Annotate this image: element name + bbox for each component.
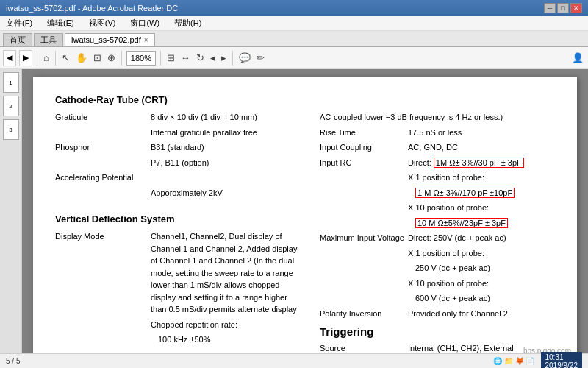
input-rc-x1-value-highlighted: 1 M Ω± 3%//170 pF ±10pF: [408, 187, 555, 199]
ac-coupled-note-row: AC-coupled lower −3 dB frequency is 4 Hz…: [320, 111, 555, 124]
x10-voltage-val-empty: [320, 292, 408, 305]
marquee-icon[interactable]: ⊡: [92, 52, 103, 63]
hand-icon[interactable]: ✋: [74, 52, 89, 63]
pdf-page: Cathode-Ray Tube (CRT) Graticule 8 div ×…: [33, 77, 577, 361]
rotate-icon[interactable]: ↻: [195, 52, 206, 63]
input-coupling-label: Input Coupling: [320, 141, 408, 154]
separator-2: [55, 51, 56, 66]
separator-1: [37, 51, 37, 66]
input-rc-x10-label: X 10 position of probe:: [408, 202, 555, 214]
input-rc-x10-label-row: X 10 position of probe:: [320, 202, 555, 214]
page-status: 5 / 5: [6, 357, 20, 365]
tab-close-icon[interactable]: ×: [144, 36, 148, 44]
status-right: 🌐 📁 🦊 📄 10:31 2019/9/22: [493, 352, 582, 369]
tab-home[interactable]: 首页: [3, 33, 32, 46]
separator-3: [121, 51, 122, 66]
rise-time-value: 17.5 nS or less: [408, 127, 555, 139]
accel-val-value: Apporoximately 2kV: [151, 187, 305, 199]
triggering-header: Triggering: [320, 325, 555, 338]
status-bar: 5 / 5 🌐 📁 🦊 📄 10:31 2019/9/22: [0, 353, 588, 368]
max-voltage-row: Maximum Input Voltage Direct: 250V (dc +…: [320, 232, 555, 244]
display-mode-label: Display Mode: [55, 230, 151, 316]
menu-view[interactable]: 视图(V): [86, 16, 119, 30]
maximize-button[interactable]: □: [557, 3, 569, 13]
max-voltage-label: Maximum Input Voltage: [320, 232, 408, 244]
polarity-row: Polarity Inversion Provided only for Cha…: [320, 308, 555, 320]
page-thumbnails-sidebar: 1 2 3: [0, 69, 22, 368]
tab-bar: 首页 工具 iwatsu_ss-5702.pdf ×: [0, 31, 588, 47]
chopped-empty-label: [55, 319, 151, 331]
x1-voltage-label: X 1 position of probe:: [408, 247, 555, 260]
home-icon[interactable]: ⌂: [42, 52, 51, 63]
zoom-input[interactable]: [126, 51, 156, 66]
prev-page-icon[interactable]: ◂: [209, 52, 217, 63]
x1-voltage-empty: [320, 247, 408, 260]
phosphor-label: Phosphor: [55, 141, 151, 154]
input-rc-x10-val-row: 10 M Ω±5%//23pF ± 3pF: [320, 217, 555, 230]
direct-value-highlighted: 1M Ω± 3%//30 pF ± 3pF: [434, 158, 524, 168]
chopped-value-row: 100 kHz ±50%: [55, 333, 305, 346]
accel-label: Accelerating Potential: [55, 171, 151, 184]
cursor-icon[interactable]: ↖: [60, 52, 71, 63]
toolbar: ◀ ▶ ⌂ ↖ ✋ ⊡ ⊕ ⊞ ↔ ↻ ◂ ▸ 💬 ✏ 👤: [0, 47, 588, 69]
menu-window[interactable]: 窗口(W): [127, 16, 162, 30]
graticule-label: Graticule: [55, 111, 151, 124]
tray-datetime: 10:31 2019/9/22: [545, 353, 578, 369]
x10-voltage-label: X 10 position of probe:: [408, 277, 555, 290]
graticule-note-label: [55, 127, 151, 139]
input-rc-row: Input RC Direct: 1M Ω± 3%//30 pF ± 3pF: [320, 157, 555, 169]
polarity-label: Polarity Inversion: [320, 308, 408, 320]
thumb-3[interactable]: 3: [3, 119, 19, 140]
fit-width-icon[interactable]: ↔: [179, 52, 192, 63]
graticule-row: Graticule 8 div × 10 div (1 div = 10 mm): [55, 111, 305, 124]
max-voltage-direct: Direct: 250V (dc + peak ac): [408, 232, 555, 244]
zoom-in-icon[interactable]: ⊕: [106, 52, 117, 63]
phosphor-option-value: P7, B11 (option): [151, 157, 305, 169]
menu-bar: 文件(F) 编辑(E) 视图(V) 窗口(W) 帮助(H): [0, 16, 588, 31]
spec-container: Graticule 8 div × 10 div (1 div = 10 mm)…: [55, 111, 555, 368]
polarity-value: Provided only for Channel 2: [408, 308, 555, 320]
comment-icon[interactable]: 💬: [237, 52, 252, 63]
minimize-button[interactable]: ─: [544, 3, 556, 13]
crt-section-header: Cathode-Ray Tube (CRT): [55, 94, 555, 105]
fit-page-icon[interactable]: ⊞: [165, 52, 176, 63]
x1-voltage-value: 250 V (dc + peak ac): [408, 262, 555, 275]
next-page-icon[interactable]: ▸: [220, 52, 228, 63]
forward-button[interactable]: ▶: [19, 50, 32, 66]
input-rc-x1-val-row: 1 M Ω± 3%//170 pF ±10pF: [320, 187, 555, 199]
display-mode-value: Channel1, Channel2, Dual display of Chan…: [151, 230, 305, 316]
tab-document[interactable]: iwatsu_ss-5702.pdf ×: [65, 33, 155, 46]
tab-tools[interactable]: 工具: [34, 33, 63, 46]
menu-help[interactable]: 帮助(H): [171, 16, 204, 30]
phosphor-value: B31 (standard): [151, 141, 305, 154]
title-bar-controls: ─ □ ✕: [544, 3, 582, 13]
accel-val-label: [55, 187, 151, 199]
input-rc-x1-empty: [320, 171, 408, 184]
taskbar-icons: 🌐 📁 🦊 📄: [493, 357, 534, 365]
pdf-viewer[interactable]: Cathode-Ray Tube (CRT) Graticule 8 div ×…: [22, 69, 588, 368]
accel-row: Accelerating Potential: [55, 171, 305, 184]
input-coupling-value: AC, GND, DC: [408, 141, 555, 154]
annotate-icon[interactable]: ✏: [255, 52, 266, 63]
menu-edit[interactable]: 编辑(E): [44, 16, 77, 30]
close-button[interactable]: ✕: [570, 3, 582, 13]
input-coupling-row: Input Coupling AC, GND, DC: [320, 141, 555, 154]
back-button[interactable]: ◀: [3, 50, 16, 66]
rise-time-row: Rise Time 17.5 nS or less: [320, 127, 555, 139]
vertical-section-header: Vertical Deflection System: [55, 213, 305, 224]
x10-voltage-empty: [320, 277, 408, 290]
thumb-1[interactable]: 1: [3, 72, 19, 93]
chopped-label-row: Chopped repetition rate:: [55, 319, 305, 331]
x10-voltage-value: 600 V (dc + peak ac): [408, 292, 555, 305]
x10-voltage-val-row: 600 V (dc + peak ac): [320, 292, 555, 305]
input-rc-x10-val-empty: [320, 217, 408, 230]
graticule-value: 8 div × 10 div (1 div = 10 mm): [151, 111, 305, 124]
direct-label: Direct:: [408, 158, 431, 167]
display-mode-row: Display Mode Channel1, Channel2, Dual di…: [55, 230, 305, 316]
user-icon[interactable]: 👤: [570, 52, 585, 63]
chopped-rate-label: Chopped repetition rate:: [151, 319, 305, 331]
thumb-2[interactable]: 2: [3, 96, 19, 116]
spec-left-column: Graticule 8 div × 10 div (1 div = 10 mm)…: [55, 111, 305, 368]
x1-voltage-val-row: 250 V (dc + peak ac): [320, 262, 555, 275]
menu-file[interactable]: 文件(F): [3, 16, 35, 30]
